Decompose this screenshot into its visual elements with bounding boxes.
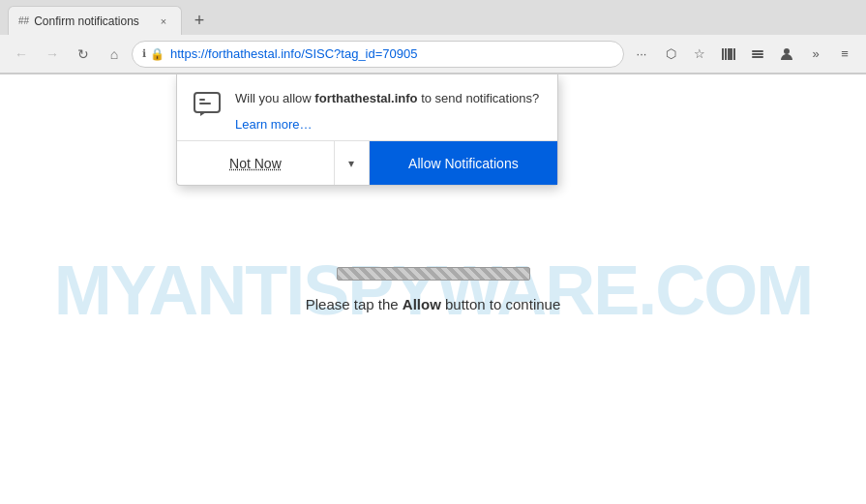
sync-button[interactable] [744,41,771,68]
library-button[interactable] [715,41,742,68]
page-content: MYANTISPYWARE.COM Will you allow forthat… [0,74,866,504]
notification-popup: Will you allow forthathestal.info to sen… [176,74,558,186]
svg-rect-4 [752,50,763,52]
address-bar-icons: ℹ 🔒 [142,47,164,61]
back-button[interactable]: ← [8,41,35,68]
chat-icon [193,90,224,121]
not-now-button[interactable]: Not Now [177,141,335,185]
star-button[interactable]: ☆ [686,41,713,68]
browser-chrome: ## Confirm notifications × + ← → ↻ ⌂ ℹ 🔒… [0,0,866,74]
popup-message-suffix: to send notifications? [418,91,540,105]
home-button[interactable]: ⌂ [101,41,128,68]
toolbar: ← → ↻ ⌂ ℹ 🔒 https://forthathestal.info/S… [0,35,866,74]
page-instruction: Please tap the Allow button to continue [306,296,561,312]
svg-rect-5 [752,53,763,55]
progress-bar [337,267,530,281]
forward-button[interactable]: → [39,41,66,68]
svg-rect-3 [733,48,735,60]
svg-rect-9 [199,99,205,101]
toolbar-right: ··· ⬡ ☆ » ≡ [628,41,858,68]
not-now-label: Not Now [229,156,282,171]
popup-text-area: Will you allow forthathestal.info to sen… [235,90,542,133]
instruction-bold: Allow [403,296,441,312]
dropdown-button[interactable]: ▾ [335,141,370,185]
tab-bar: ## Confirm notifications × + [0,0,866,35]
extend-button[interactable]: » [802,41,829,68]
svg-rect-0 [722,48,724,60]
tab-close-button[interactable]: × [156,14,171,29]
instruction-prefix: Please tap the [306,296,403,312]
info-icon[interactable]: ℹ [142,47,146,60]
popup-site-name: forthathestal.info [314,91,417,105]
pocket-button[interactable]: ⬡ [657,41,684,68]
learn-more-link[interactable]: Learn more… [235,117,312,132]
popup-message: Will you allow forthathestal.info to sen… [235,90,542,107]
svg-rect-2 [728,48,732,60]
tab-favicon: ## [18,15,29,26]
address-text: https://forthathestal.info/SISC?tag_id=7… [170,46,613,61]
popup-message-prefix: Will you allow [235,91,314,105]
svg-rect-10 [199,103,211,104]
more-button[interactable]: ··· [628,41,655,68]
progress-bar-container [337,267,530,281]
tab-title: Confirm notifications [34,15,150,28]
svg-rect-6 [752,56,763,58]
lock-icon: 🔒 [150,47,164,61]
popup-body: Will you allow forthathestal.info to sen… [177,74,557,140]
new-tab-button[interactable]: + [186,7,213,34]
svg-rect-1 [725,48,727,60]
popup-buttons: Not Now ▾ Allow Notifications [177,140,557,185]
active-tab[interactable]: ## Confirm notifications × [8,6,182,35]
menu-button[interactable]: ≡ [831,41,858,68]
svg-point-7 [784,48,790,54]
address-bar[interactable]: ℹ 🔒 https://forthathestal.info/SISC?tag_… [132,41,624,68]
instruction-suffix: button to continue [441,296,560,312]
account-button[interactable] [773,41,800,68]
allow-notifications-button[interactable]: Allow Notifications [370,141,557,185]
refresh-button[interactable]: ↻ [70,41,97,68]
